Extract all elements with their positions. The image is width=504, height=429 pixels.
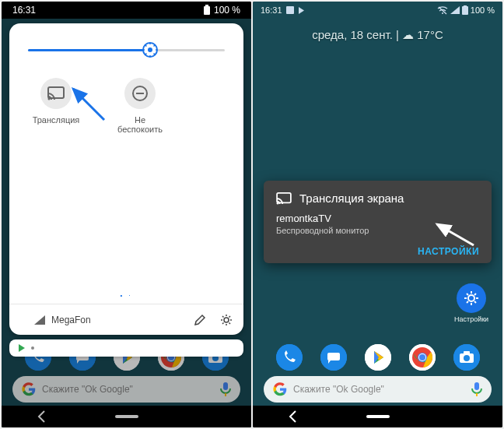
google-search-bar[interactable]: Скажите "Ok Google" [12, 376, 240, 403]
svg-rect-27 [48, 87, 64, 98]
quick-settings-panel: Трансляция Не беспокоить • · MegaFon [9, 23, 243, 335]
carrier-label: MegaFon [51, 315, 91, 325]
edit-icon[interactable] [194, 314, 206, 326]
cast-dialog-title: Трансляция экрана [299, 192, 404, 205]
svg-point-35 [442, 12, 443, 14]
cast-device-subtitle: Беспроводной монитор [276, 226, 479, 235]
notification-peek[interactable] [9, 339, 243, 357]
mic-icon[interactable] [471, 382, 482, 396]
nav-home-icon[interactable] [115, 413, 138, 420]
app-messages[interactable] [320, 344, 347, 371]
app-camera[interactable] [453, 344, 480, 371]
cast-settings-button[interactable]: НАСТРОЙКИ [418, 246, 479, 257]
qs-footer: MegaFon [9, 304, 243, 335]
qs-tile-dnd[interactable]: Не беспокоить [115, 78, 165, 134]
svg-point-51 [419, 354, 425, 360]
svg-point-40 [277, 202, 279, 204]
cast-device-item[interactable]: remontkaTV Беспроводной монитор [276, 213, 479, 235]
svg-rect-55 [464, 351, 470, 354]
svg-rect-37 [462, 6, 468, 15]
nav-bar [253, 406, 502, 427]
dnd-icon [131, 85, 149, 102]
svg-line-26 [153, 45, 155, 47]
nav-back-icon[interactable] [35, 410, 49, 424]
svg-rect-38 [464, 5, 467, 7]
brightness-slider[interactable] [28, 40, 225, 61]
svg-point-18 [148, 47, 152, 52]
wifi-off-icon [437, 6, 448, 15]
battery-icon [462, 5, 468, 15]
nav-bar [2, 406, 251, 427]
svg-point-43 [276, 344, 303, 371]
svg-line-24 [153, 54, 155, 55]
svg-rect-16 [225, 393, 226, 396]
mic-icon[interactable] [220, 382, 231, 396]
app-chrome[interactable] [409, 344, 436, 371]
dock [253, 342, 502, 373]
gear-icon [464, 290, 479, 306]
google-search-bar[interactable]: Скажите "Ok Google" [264, 376, 492, 403]
home-settings-label: Настройки [454, 315, 488, 323]
signal-icon [34, 315, 45, 325]
google-logo-icon [22, 382, 36, 396]
status-bar: 16:31 100 % [2, 2, 251, 19]
signal-icon [450, 6, 460, 14]
nav-home-icon[interactable] [366, 413, 390, 420]
play-store-small-icon [17, 343, 26, 353]
svg-rect-15 [223, 382, 228, 390]
phone-right: 16:31 100 % среда, 18 сент. | ☁ 17°C Тра… [253, 2, 502, 427]
svg-point-42 [468, 295, 474, 301]
status-bar: 16:31 100 % [253, 2, 502, 19]
cast-icon [47, 86, 65, 100]
cast-icon [276, 192, 292, 205]
svg-rect-57 [476, 393, 478, 396]
sd-icon [286, 6, 294, 14]
qs-tile-cast[interactable]: Трансляция [31, 78, 81, 134]
svg-line-25 [145, 54, 147, 55]
page-indicator: • · [9, 292, 243, 299]
svg-line-23 [145, 45, 147, 47]
phone-left: 16:31 100 % Скажите "Ok Google" Т [2, 2, 251, 427]
search-placeholder: Скажите "Ok Google" [293, 384, 384, 395]
battery-icon [203, 5, 211, 16]
svg-rect-0 [204, 6, 210, 15]
svg-point-31 [224, 318, 229, 322]
svg-rect-58 [366, 415, 390, 418]
svg-rect-34 [286, 6, 294, 14]
battery-percent: 100 % [214, 5, 240, 16]
battery-percent: 100 % [471, 5, 495, 15]
qs-tile-label: Трансляция [31, 115, 81, 125]
google-logo-icon [273, 382, 287, 396]
cast-device-name: remontkaTV [276, 213, 479, 224]
svg-point-54 [464, 355, 470, 361]
svg-rect-56 [474, 382, 479, 390]
home-settings-shortcut[interactable]: Настройки [454, 283, 488, 323]
cast-dialog: Трансляция экрана remontkaTV Беспроводно… [264, 181, 492, 263]
qs-tile-label: Не беспокоить [115, 115, 165, 134]
svg-rect-33 [115, 415, 138, 418]
search-placeholder: Скажите "Ok Google" [42, 384, 133, 395]
dateline: среда, 18 сент. | ☁ 17°C [253, 28, 502, 42]
play-small-icon [298, 7, 305, 14]
svg-point-28 [48, 98, 51, 100]
app-play-store[interactable] [365, 344, 391, 371]
svg-rect-1 [205, 5, 208, 6]
status-time: 16:31 [261, 5, 282, 15]
svg-rect-45 [327, 353, 340, 360]
brightness-icon [142, 42, 158, 58]
gear-icon[interactable] [220, 314, 233, 326]
app-phone[interactable] [276, 344, 303, 371]
status-time: 16:31 [12, 5, 36, 16]
svg-rect-39 [277, 192, 291, 202]
nav-back-icon[interactable] [286, 410, 300, 424]
